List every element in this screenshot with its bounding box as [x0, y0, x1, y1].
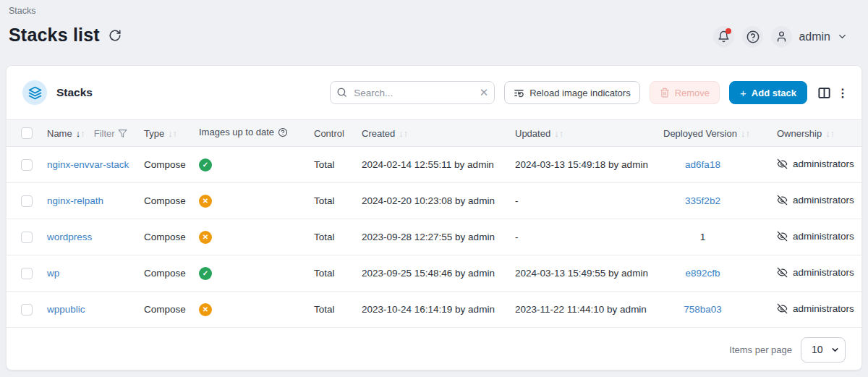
updated-value: -	[515, 195, 519, 206]
image-status-icon	[199, 303, 212, 316]
row-checkbox[interactable]	[21, 195, 33, 207]
table-footer: Items per page 10	[7, 328, 861, 370]
ownership-value: administrators	[793, 303, 854, 314]
deployed-version-link[interactable]: 335f2b2	[685, 195, 720, 206]
table-row: wp Compose Total 2023-09-25 15:48:46 by …	[7, 255, 861, 292]
kebab-menu-icon[interactable]: ⋮	[837, 86, 848, 100]
row-checkbox[interactable]	[21, 304, 33, 315]
image-status-icon	[199, 158, 212, 171]
trash-icon	[660, 88, 670, 98]
username-label: admin	[799, 30, 830, 43]
column-header-updated[interactable]: Updated↓↑	[509, 120, 658, 147]
updated-value: 2023-11-22 11:44:10 by admin	[515, 304, 647, 315]
remove-label: Remove	[675, 88, 710, 98]
add-stack-button[interactable]: + Add stack	[729, 81, 807, 104]
row-checkbox[interactable]	[21, 232, 33, 243]
stack-name-link[interactable]: nginx-envvar-stack	[47, 159, 129, 170]
deployed-version-link[interactable]: 758ba03	[684, 304, 722, 315]
sort-icons: ↓↑	[554, 128, 563, 139]
eye-off-icon	[777, 195, 788, 206]
list-restart-icon	[514, 88, 524, 98]
stack-name-link[interactable]: nginx-relpath	[47, 195, 103, 206]
column-header-type[interactable]: Type↓↑	[138, 120, 193, 147]
user-avatar-icon[interactable]	[771, 26, 792, 47]
table-row: wordpress Compose Total 2023-09-28 12:27…	[7, 219, 861, 255]
stack-type: Compose	[144, 304, 186, 315]
page-title: Stacks list	[9, 25, 100, 46]
plus-icon: +	[740, 87, 746, 99]
image-status-icon	[199, 231, 212, 244]
stack-name-link[interactable]: wppublic	[47, 304, 85, 315]
column-header-ownership[interactable]: Ownership↓↑	[771, 120, 861, 147]
stack-name-link[interactable]: wordpress	[47, 232, 92, 242]
images-header-label: Images up to date	[199, 127, 274, 137]
stack-type: Compose	[144, 159, 186, 170]
sort-ascending-icon: ↑	[559, 128, 564, 139]
created-value: 2023-09-25 15:48:46 by admin	[362, 268, 495, 279]
chevron-down-icon	[837, 31, 848, 42]
column-header-name[interactable]: Name↓↑Filter	[41, 120, 138, 147]
reload-label: Reload image indicators	[529, 88, 630, 98]
widget-header: Stacks ✕ Reload image indicators Remove …	[7, 66, 861, 119]
clear-search-icon[interactable]: ✕	[480, 86, 489, 99]
columns-settings-icon[interactable]	[817, 86, 831, 100]
stack-type: Compose	[144, 268, 186, 279]
sort-ascending-icon: ↑	[173, 128, 178, 139]
column-header-control: Control	[308, 120, 356, 147]
updated-header-label: Updated	[515, 128, 550, 139]
table-row: nginx-envvar-stack Compose Total 2024-02…	[7, 147, 861, 183]
select-all-checkbox[interactable]	[21, 127, 33, 139]
page-title-row: Stacks list	[9, 25, 123, 46]
reload-image-indicators-button[interactable]: Reload image indicators	[504, 81, 639, 104]
stacks-page: Stacks Stacks list admin Stacks	[0, 0, 868, 377]
remove-button[interactable]: Remove	[650, 81, 720, 104]
updated-value: 2024-03-13 15:49:55 by admin	[515, 268, 648, 279]
sort-icons: ↓↑	[825, 128, 835, 139]
topbar-right: admin	[713, 26, 848, 47]
stacks-table: Name↓↑Filter Type↓↑ Images up to date Co…	[7, 119, 861, 328]
control-value: Total	[314, 304, 335, 315]
row-checkbox[interactable]	[21, 159, 33, 171]
control-header-label: Control	[314, 128, 344, 139]
created-value: 2023-09-28 12:27:55 by admin	[362, 232, 495, 242]
name-header-label: Name	[47, 128, 72, 139]
name-filter-button[interactable]: Filter	[94, 128, 127, 139]
filter-label: Filter	[94, 128, 115, 139]
question-circle-icon[interactable]	[278, 129, 288, 140]
stack-type: Compose	[144, 232, 186, 242]
ownership-value: administrators	[793, 195, 854, 206]
stack-name-link[interactable]: wp	[47, 268, 59, 279]
notifications-bell-icon[interactable]	[713, 26, 734, 47]
column-header-created[interactable]: Created↓↑	[356, 120, 509, 147]
sort-icons: ↓↑	[168, 128, 177, 139]
help-icon[interactable]	[742, 26, 763, 47]
add-stack-label: Add stack	[752, 88, 796, 98]
deployed-version-link[interactable]: ad6fa18	[685, 159, 720, 170]
sort-ascending-icon: ↑	[80, 128, 85, 139]
sort-ascending-icon: ↑	[830, 128, 835, 139]
search-input[interactable]	[330, 81, 495, 104]
items-per-page-label: Items per page	[729, 344, 792, 355]
deployed-version-link[interactable]: e892cfb	[685, 268, 720, 279]
refresh-icon[interactable]	[107, 27, 123, 43]
table-row: nginx-relpath Compose Total 2024-02-20 1…	[7, 183, 861, 219]
sort-ascending-icon: ↑	[404, 128, 409, 139]
created-header-label: Created	[362, 128, 395, 139]
stack-type: Compose	[144, 195, 186, 206]
row-checkbox[interactable]	[21, 268, 33, 279]
image-status-icon	[199, 267, 212, 280]
ownership-value: administrators	[793, 231, 854, 242]
layers-icon	[22, 80, 47, 105]
eye-off-icon	[777, 158, 788, 169]
breadcrumb[interactable]: Stacks	[9, 6, 36, 16]
image-status-icon	[199, 195, 212, 208]
eye-off-icon	[777, 231, 788, 242]
sort-icons: ↓↑	[741, 128, 750, 139]
sort-icons: ↓↑	[399, 128, 408, 139]
column-header-version[interactable]: Deployed Version↓↑	[658, 120, 771, 147]
updated-value: -	[515, 232, 519, 242]
created-value: 2024-02-14 12:55:11 by admin	[362, 159, 494, 170]
stacks-widget: Stacks ✕ Reload image indicators Remove …	[6, 65, 862, 370]
items-per-page-select[interactable]: 10	[801, 337, 846, 363]
user-menu[interactable]: admin	[771, 26, 848, 47]
